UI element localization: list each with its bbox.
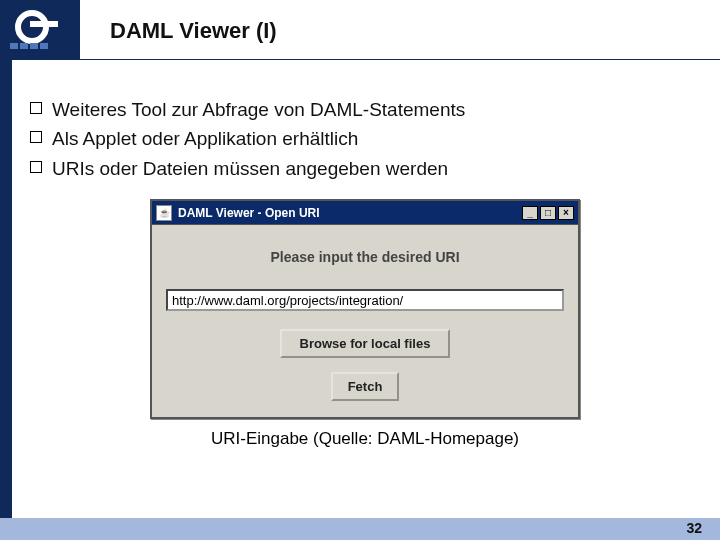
brand-logo [0,0,80,60]
maximize-button[interactable]: □ [540,206,556,220]
bullet-item: Als Applet oder Applikation erhältlich [30,124,700,153]
bullet-list: Weiteres Tool zur Abfrage von DAML-State… [30,95,700,183]
left-stripe [0,60,12,518]
minimize-button[interactable]: _ [522,206,538,220]
close-button[interactable]: × [558,206,574,220]
footer-bar: 32 [0,518,720,540]
uri-input[interactable] [166,289,564,311]
java-app-icon: ☕ [156,205,172,221]
prompt-label: Please input the desired URI [166,249,564,265]
header-rule [80,59,720,60]
page-number: 32 [686,520,702,536]
window-title: DAML Viewer - Open URI [178,206,520,220]
svg-rect-5 [40,43,48,49]
svg-rect-2 [10,43,18,49]
svg-rect-1 [30,21,58,27]
slide-title: DAML Viewer (I) [110,18,277,44]
browse-button[interactable]: Browse for local files [280,329,451,358]
bullet-item: Weiteres Tool zur Abfrage von DAML-State… [30,95,700,124]
fetch-button[interactable]: Fetch [331,372,399,401]
svg-rect-3 [20,43,28,49]
figure-caption: URI-Eingabe (Quelle: DAML-Homepage) [150,429,580,449]
bullet-item: URIs oder Dateien müssen angegeben werde… [30,154,700,183]
titlebar: ☕ DAML Viewer - Open URI _ □ × [152,201,578,225]
dialog-window: ☕ DAML Viewer - Open URI _ □ × Please in… [150,199,580,419]
svg-rect-4 [30,43,38,49]
